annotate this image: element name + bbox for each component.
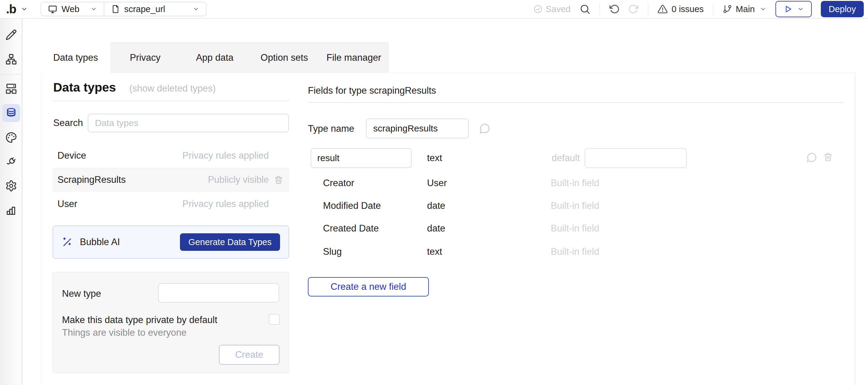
panel-title: Data types — [53, 81, 116, 95]
sidebar-item-styles[interactable] — [2, 128, 20, 147]
field-type: text — [427, 246, 442, 257]
field-type: date — [427, 223, 445, 234]
new-type-label: New type — [62, 288, 101, 299]
private-by-default-checkbox[interactable] — [269, 314, 280, 325]
builtin-field-row: Modified Date date Built-in field — [308, 200, 843, 213]
sidebar-item-design[interactable] — [2, 26, 20, 44]
git-branch-icon — [722, 4, 732, 14]
field-row-result: text default — [308, 148, 843, 168]
comment-bubble-icon[interactable] — [806, 152, 817, 163]
sidebar-item-plugins[interactable] — [2, 153, 20, 171]
list-item-user[interactable]: User Privacy rules applied — [53, 192, 289, 216]
generate-data-types-button[interactable]: Generate Data Types — [180, 233, 280, 251]
sidebar-divider — [0, 74, 22, 75]
new-type-input[interactable] — [158, 283, 279, 302]
chevron-down-icon — [797, 6, 804, 12]
header-divider — [648, 3, 648, 15]
builtin-field-row: Created Date date Built-in field — [308, 223, 843, 235]
visibility-hint: Things are visible to everyone — [62, 327, 187, 338]
tab-option-sets[interactable]: Option sets — [249, 42, 319, 73]
preview-button[interactable] — [775, 1, 812, 17]
default-label: default — [501, 153, 580, 163]
builtin-field-row: Slug text Built-in field — [308, 246, 843, 258]
field-name: Created Date — [323, 223, 379, 234]
bubble-logo[interactable]: .b — [6, 3, 16, 15]
tab-data-types[interactable]: Data types — [41, 42, 111, 73]
page-label: scrape_url — [124, 4, 165, 14]
builtin-note: Built-in field — [551, 178, 599, 189]
top-bar: .b Web scrape_url — [0, 0, 868, 19]
create-new-field-button[interactable]: Create a new field — [308, 277, 429, 296]
issues-indicator[interactable]: 0 issues — [657, 4, 704, 14]
type-status: Privacy rules applied — [182, 150, 269, 161]
warning-triangle-icon — [657, 4, 668, 14]
issues-label: 0 issues — [672, 4, 704, 14]
type-name-input[interactable] — [366, 119, 469, 138]
branch-selector[interactable]: Main — [722, 4, 766, 14]
deploy-button[interactable]: Deploy — [821, 1, 864, 17]
magic-wand-icon — [62, 236, 73, 248]
field-type: User — [427, 178, 447, 189]
platform-label: Web — [62, 4, 80, 14]
header-divider — [599, 3, 600, 15]
type-name: User — [58, 198, 182, 210]
database-icon — [5, 107, 17, 119]
search-input[interactable] — [88, 114, 289, 132]
data-subtabs: Data types Privacy App data Option sets … — [41, 42, 389, 72]
sidebar-item-data[interactable] — [2, 104, 20, 122]
chevron-down-icon — [90, 6, 97, 12]
divider — [53, 101, 289, 101]
create-type-button[interactable]: Create — [219, 345, 279, 365]
tab-app-data[interactable]: App data — [180, 42, 249, 73]
left-nav — [0, 19, 22, 385]
check-circle-icon — [533, 4, 542, 13]
redo-icon[interactable] — [628, 4, 639, 14]
type-status: Publicly visible — [208, 174, 269, 185]
sidebar-item-logs[interactable] — [2, 201, 20, 219]
tab-file-manager[interactable]: File manager — [319, 42, 389, 73]
fields-panel-title: Fields for type scrapingResults — [308, 85, 436, 96]
list-item-scrapingresults[interactable]: ScrapingResults Publicly visible — [53, 168, 289, 192]
sidebar-item-settings[interactable] — [2, 177, 20, 195]
builtin-note: Built-in field — [551, 246, 599, 257]
field-type-label[interactable]: text — [427, 153, 442, 163]
branch-label: Main — [736, 4, 755, 14]
sitemap-icon — [5, 53, 17, 65]
builtin-note: Built-in field — [551, 223, 599, 234]
app-selectors: Web scrape_url — [40, 2, 207, 16]
tab-privacy[interactable]: Privacy — [111, 42, 180, 73]
type-name: Device — [58, 150, 182, 161]
type-status: Privacy rules applied — [182, 198, 269, 210]
plug-icon — [5, 156, 17, 168]
bubble-ai-card: Bubble AI Generate Data Types — [53, 225, 289, 259]
type-name: ScrapingResults — [58, 174, 208, 185]
play-icon — [783, 4, 793, 13]
comment-bubble-icon[interactable] — [479, 123, 491, 134]
default-value-input[interactable] — [585, 148, 687, 168]
trash-icon[interactable] — [274, 175, 283, 184]
sidebar-item-pages[interactable] — [2, 50, 20, 68]
chevron-down-icon — [193, 6, 199, 12]
list-item-device[interactable]: Device Privacy rules applied — [53, 143, 289, 168]
logo-chevron-down-icon[interactable] — [21, 5, 28, 13]
pencil-icon — [5, 29, 17, 41]
search-label: Search — [53, 118, 83, 128]
page-selector[interactable]: scrape_url — [104, 2, 206, 16]
search-icon[interactable] — [580, 4, 590, 14]
header-divider — [713, 3, 713, 15]
undo-icon[interactable] — [609, 4, 619, 14]
platform-selector[interactable]: Web — [41, 2, 104, 16]
file-icon — [111, 4, 120, 13]
divider — [308, 102, 843, 103]
show-deleted-types-link[interactable]: (show deleted types) — [129, 83, 216, 94]
data-type-list: Device Privacy rules applied ScrapingRes… — [53, 143, 289, 216]
type-name-label: Type name — [308, 123, 354, 134]
field-name-input[interactable] — [311, 148, 412, 168]
sidebar-item-workflow[interactable] — [2, 79, 20, 98]
builtin-field-row: Creator User Built-in field — [308, 178, 843, 190]
trash-icon[interactable] — [823, 152, 833, 162]
builtin-note: Built-in field — [551, 200, 599, 211]
workflow-boxes-icon — [5, 83, 17, 95]
bubble-ai-label: Bubble AI — [80, 236, 120, 248]
field-name: Modified Date — [323, 200, 381, 211]
